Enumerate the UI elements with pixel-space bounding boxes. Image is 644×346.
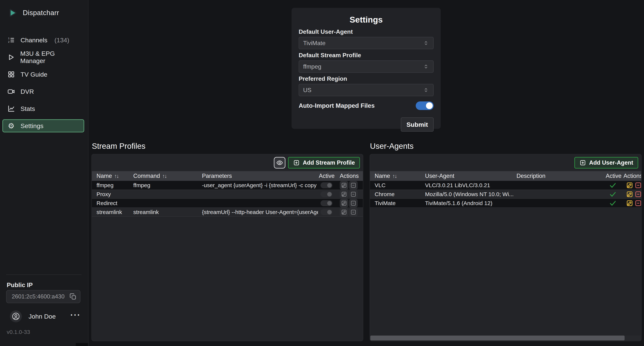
edit-button[interactable] xyxy=(626,181,633,189)
toggle-knob xyxy=(327,210,332,214)
sidebar-scroll-corner xyxy=(76,343,88,346)
remove-button[interactable] xyxy=(349,181,358,189)
active-check-icon xyxy=(609,181,617,189)
table-row: ffmpeg ffmpeg -user_agent {userAgent} -i… xyxy=(92,181,363,190)
table-row: Proxy xyxy=(92,190,363,199)
profile-name: ffmpeg xyxy=(96,182,131,188)
stream-profiles-title: Stream Profiles xyxy=(92,142,146,151)
sidebar-item-stats[interactable]: Stats xyxy=(2,102,84,115)
user-agents-toolbar: Add User-Agent xyxy=(370,154,641,171)
gear-icon: ⚙ xyxy=(7,122,15,130)
table-row: TiviMate TiviMate/5.1.6 (Android 12) xyxy=(370,199,641,208)
user-agents-panel: Add User-Agent Name↑↓ User-Agent Descrip… xyxy=(370,154,642,341)
toggle-knob xyxy=(426,102,433,109)
list-numbered-icon: 1 2 xyxy=(7,36,15,44)
sidebar-item-label: DVR xyxy=(20,88,34,95)
user-menu[interactable]: John Doe ··· xyxy=(10,310,81,323)
copy-icon[interactable] xyxy=(69,293,77,300)
user-agent-string: Mozilla/5.0 (Windows NT 10.0; Wi... xyxy=(425,191,514,197)
edit-button[interactable] xyxy=(340,181,348,189)
user-agent-name: Chrome xyxy=(375,191,422,197)
add-stream-profile-button[interactable]: Add Stream Profile xyxy=(288,157,360,169)
plus-square-icon xyxy=(293,159,300,166)
user-agent-string: VLC/3.0.21 LibVLC/3.0.21 xyxy=(425,182,514,188)
avatar xyxy=(10,310,22,322)
sidebar-item-channels[interactable]: 1 2 Channels (134) xyxy=(2,33,84,47)
default-user-agent-value: TiviMate xyxy=(303,40,326,47)
column-header-name[interactable]: Name↑↓ xyxy=(375,173,397,179)
auto-import-toggle[interactable] xyxy=(416,101,434,110)
profile-name: Redirect xyxy=(96,200,131,206)
remove-button[interactable] xyxy=(634,190,642,198)
edit-button[interactable] xyxy=(626,199,633,207)
sidebar-nav: 1 2 Channels (134) M3U & EPG Manager xyxy=(2,33,84,132)
column-header-command[interactable]: Command↑↓ xyxy=(133,173,166,179)
user-name: John Doe xyxy=(28,313,56,320)
default-user-agent-label: Default User-Agent xyxy=(299,28,434,35)
preferred-region-label: Preferred Region xyxy=(299,75,434,82)
sidebar-item-dvr[interactable]: DVR xyxy=(2,85,84,98)
edit-button[interactable] xyxy=(340,199,348,207)
horizontal-scrollbar-thumb[interactable] xyxy=(370,336,624,341)
chevron-up-down-icon xyxy=(423,87,429,93)
sort-icon: ↑↓ xyxy=(114,173,118,179)
channels-count-badge: (134) xyxy=(54,36,69,44)
sidebar-item-settings[interactable]: ⚙ Settings xyxy=(2,119,84,132)
column-header-actions: Actions xyxy=(624,173,642,179)
sort-icon: ↑↓ xyxy=(162,173,166,179)
remove-button[interactable] xyxy=(349,190,358,198)
active-check-icon xyxy=(609,190,617,198)
remove-button[interactable] xyxy=(634,181,642,189)
toggle-knob xyxy=(327,201,332,205)
sidebar-item-m3u-epg-manager[interactable]: M3U & EPG Manager xyxy=(2,51,84,64)
column-header-actions: Actions xyxy=(340,173,359,179)
app-title: Dispatcharr xyxy=(23,9,59,17)
default-stream-profile-label: Default Stream Profile xyxy=(299,52,434,59)
add-user-agent-button[interactable]: Add User-Agent xyxy=(574,157,638,169)
user-menu-dots-icon[interactable]: ··· xyxy=(70,315,81,318)
default-user-agent-select[interactable]: TiviMate xyxy=(299,37,434,49)
active-toggle[interactable] xyxy=(320,209,332,215)
active-toggle[interactable] xyxy=(320,182,332,188)
sidebar-item-label: Stats xyxy=(20,105,35,112)
play-outline-icon xyxy=(7,53,15,61)
table-row: VLC VLC/3.0.21 LibVLC/3.0.21 xyxy=(370,181,641,190)
edit-button[interactable] xyxy=(626,190,633,198)
active-toggle[interactable] xyxy=(320,200,332,206)
video-camera-icon xyxy=(7,88,15,95)
active-toggle[interactable] xyxy=(320,191,332,197)
stream-profiles-panel: Add Stream Profile Name↑↓ Command↑↓ Para… xyxy=(92,154,363,341)
remove-button[interactable] xyxy=(349,208,358,216)
column-header-name[interactable]: Name↑↓ xyxy=(96,173,118,179)
sidebar-item-tv-guide[interactable]: TV Guide xyxy=(2,68,84,81)
auto-import-row: Auto-Import Mapped Files xyxy=(299,101,434,110)
remove-button[interactable] xyxy=(349,199,358,207)
profile-parameters: {streamUrl} --http-header User-Agent={us… xyxy=(202,209,318,215)
preferred-region-select[interactable]: US xyxy=(299,84,434,96)
submit-button[interactable]: Submit xyxy=(401,117,434,132)
chart-line-icon xyxy=(7,105,15,113)
edit-button[interactable] xyxy=(340,190,348,198)
public-ip-label: Public IP xyxy=(7,282,33,289)
remove-button[interactable] xyxy=(634,199,642,207)
svg-text:1: 1 xyxy=(8,37,10,40)
user-agents-header: Name↑↓ User-Agent Description Active Act… xyxy=(370,171,641,181)
column-header-user-agent: User-Agent xyxy=(425,173,454,179)
table-row: streamlink streamlink {streamUrl} --http… xyxy=(92,208,363,217)
app-logo: Dispatcharr xyxy=(0,0,88,18)
chevron-up-down-icon xyxy=(423,40,429,46)
default-stream-profile-select[interactable]: ffmpeg xyxy=(299,60,434,73)
sidebar-item-label: M3U & EPG Manager xyxy=(20,50,80,64)
table-row: Chrome Mozilla/5.0 (Windows NT 10.0; Wi.… xyxy=(370,190,641,199)
settings-title: Settings xyxy=(299,15,434,25)
table-row: Redirect xyxy=(92,199,363,208)
default-stream-profile-value: ffmpeg xyxy=(303,63,321,70)
stream-profiles-toolbar: Add Stream Profile xyxy=(92,154,363,171)
plus-square-icon xyxy=(580,159,586,166)
edit-button[interactable] xyxy=(340,208,348,216)
stream-profiles-header: Name↑↓ Command↑↓ Parameters Active Actio… xyxy=(92,171,363,181)
settings-card: Settings Default User-Agent TiviMate Def… xyxy=(292,8,441,129)
toggle-knob xyxy=(327,183,332,187)
eye-icon-button[interactable] xyxy=(274,157,286,169)
sort-icon: ↑↓ xyxy=(392,173,397,179)
